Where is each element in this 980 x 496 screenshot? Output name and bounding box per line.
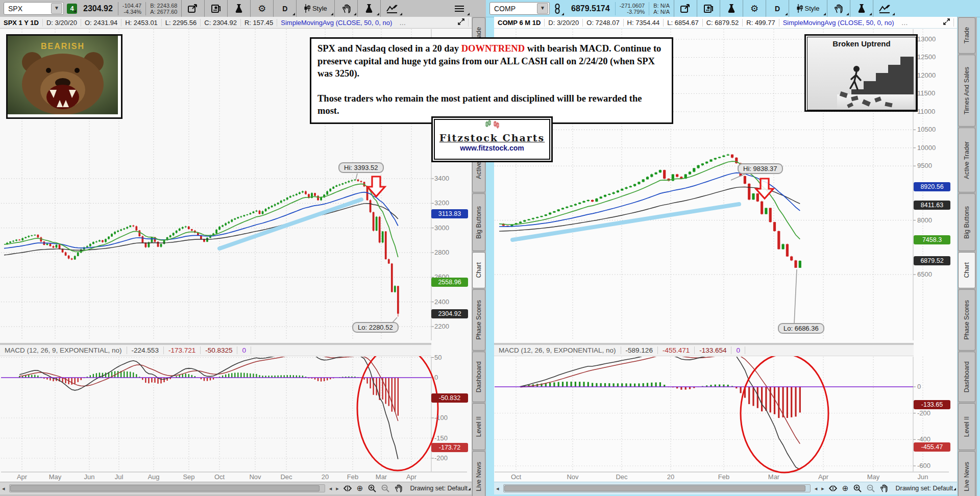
tab-phase-scores[interactable]: Phase Scores	[472, 289, 485, 351]
tab-label: Live News	[475, 462, 482, 491]
drawings-button[interactable]	[873, 0, 896, 17]
last-price: 2304.92	[77, 4, 118, 13]
link-group-badge[interactable]: 4	[67, 4, 77, 14]
month-label: Jul	[108, 473, 130, 481]
tab-trade[interactable]: Trade	[958, 17, 975, 54]
tests-flask-button[interactable]	[357, 0, 380, 17]
crosshair-center-icon[interactable]: ⊕	[354, 484, 366, 493]
timeframe-button[interactable]: D	[273, 0, 296, 17]
analyze-flask-button[interactable]	[720, 0, 743, 17]
zoom-out-icon[interactable]	[379, 484, 392, 492]
price-badge: 2558.96	[431, 278, 468, 287]
tab-live-news[interactable]: Live News	[958, 451, 975, 496]
macd-tick-label: 0	[917, 383, 921, 390]
step-left-icon[interactable]: ◂	[327, 485, 334, 492]
macd-study-label[interactable]: MACD (12, 26, 9, EXPONENTIAL, no)	[0, 346, 127, 354]
drawings-button[interactable]	[380, 0, 403, 17]
share-button[interactable]	[181, 0, 204, 17]
crosshair-center-icon[interactable]: ⊕	[840, 484, 851, 493]
symbol-dropdown-icon[interactable]: ▼	[537, 3, 548, 14]
maximize-chart-icon[interactable]	[454, 18, 469, 27]
step-left-icon[interactable]: ◂	[813, 485, 820, 492]
news-button[interactable]	[697, 0, 720, 17]
pan-hand-icon[interactable]	[392, 484, 405, 492]
trader-note-annotation: SPX and Nasdaq closed in a 20 day DOWNTR…	[310, 37, 673, 124]
cursor-hand-button[interactable]	[334, 0, 357, 17]
tab-active-trader[interactable]: Active Trader	[958, 128, 975, 192]
price-tick-label: 10000	[917, 144, 936, 152]
tab-label: Big Buttons	[475, 206, 482, 239]
tests-flask-button[interactable]	[850, 0, 873, 17]
chart-scrollbar[interactable]	[9, 484, 325, 492]
price-tick-label: 8000	[917, 216, 932, 224]
scroll-left-icon[interactable]: ◂	[494, 485, 501, 492]
symbol-text: SPX	[4, 5, 51, 13]
tab-level-ii[interactable]: Level II	[472, 403, 485, 450]
cursor-hand-button[interactable]	[827, 0, 850, 17]
month-label: 20	[314, 473, 336, 481]
settings-gear-button[interactable]: ⚙	[743, 0, 766, 17]
tab-times-and-sales[interactable]: Times And Sales	[958, 55, 975, 127]
macd-study-label[interactable]: MACD (12, 26, 9, EXPONENTIAL, no)	[494, 346, 621, 354]
price-tick-label: 10500	[917, 126, 936, 133]
analyze-flask-button[interactable]	[227, 0, 250, 17]
style-button[interactable]: Style	[296, 0, 334, 17]
tab-dashboard[interactable]: Dashboard	[958, 352, 975, 402]
scroll-left-icon[interactable]: ◂	[0, 485, 7, 492]
last-price: 6879.5174	[565, 4, 615, 13]
scrollbar-thumb[interactable]	[10, 485, 320, 491]
right-toolbar: COMP ▼ 6879.5174 -271.0607-3.79% B: N/AA…	[486, 0, 980, 17]
price-badge: 3113.83	[431, 209, 468, 218]
tab-chart[interactable]: Chart	[958, 252, 975, 288]
tab-label: Chart	[963, 262, 970, 278]
candle-style-icon	[797, 4, 803, 13]
month-label: Sep	[178, 473, 200, 481]
step-right-icon[interactable]: ▸	[819, 485, 826, 492]
right-bottom-toolbar: ◂ ◂ ▸ ⊕ Drawing set: Default	[494, 482, 957, 494]
share-button[interactable]	[674, 0, 697, 17]
left-bottom-toolbar: ◂ ◂ ▸ ⊕ Drawing set: Default	[0, 482, 472, 494]
tab-big-buttons[interactable]: Big Buttons	[958, 193, 975, 251]
symbol-input-left[interactable]: SPX ▼	[4, 2, 64, 15]
symbol-input-right[interactable]: COMP ▼	[489, 2, 550, 15]
drawing-set-selector[interactable]: Drawing set: Default	[405, 485, 472, 492]
price-badge: 8920.56	[914, 182, 950, 191]
study-label[interactable]: SimpleMovingAvg (CLOSE, 50, 0, no)	[779, 19, 898, 27]
tab-big-buttons[interactable]: Big Buttons	[472, 193, 485, 251]
tab-dashboard[interactable]: Dashboard	[472, 352, 485, 402]
chart-scrollbar[interactable]	[503, 484, 811, 492]
logo-url[interactable]: www.fitzstock.com	[435, 144, 549, 152]
step-right-icon[interactable]: ▸	[334, 485, 341, 492]
zoom-out-icon[interactable]	[864, 484, 877, 492]
tab-label: Trade	[963, 27, 970, 43]
tab-live-news[interactable]: Live News	[472, 451, 485, 496]
hi-tooltip-right: Hi: 9838.37	[738, 163, 783, 174]
scrollbar-thumb[interactable]	[504, 485, 805, 491]
tab-level-ii[interactable]: Level II	[958, 403, 975, 450]
chart-menu-button[interactable]	[448, 0, 471, 17]
tab-phase-scores[interactable]: Phase Scores	[958, 289, 975, 351]
tab-label: Chart	[475, 262, 482, 278]
price-badge: 6879.52	[914, 256, 950, 265]
note-paragraph-2: Those traders who remain the most patien…	[317, 92, 666, 117]
price-tick-label: 3200	[434, 199, 449, 207]
settings-gear-button[interactable]: ⚙	[250, 0, 273, 17]
pan-hand-icon[interactable]	[877, 484, 890, 492]
price-tick-label: 2400	[434, 298, 449, 306]
drawing-set-selector[interactable]: Drawing set: Default	[890, 485, 957, 492]
fitzstock-logo: Fitzstock Charts www.fitzstock.com	[431, 116, 553, 162]
zoom-in-icon[interactable]	[851, 484, 864, 492]
maximize-chart-icon[interactable]	[940, 18, 954, 27]
tab-label: Live News	[963, 462, 970, 491]
fit-width-icon[interactable]	[341, 485, 354, 491]
tab-chart[interactable]: Chart	[472, 252, 485, 288]
study-label[interactable]: SimpleMovingAvg (CLOSE, 50, 0, no)	[277, 19, 396, 27]
timeframe-button[interactable]: D	[766, 0, 789, 17]
symbol-dropdown-icon[interactable]: ▼	[51, 3, 62, 14]
zoom-in-icon[interactable]	[365, 484, 379, 492]
news-button[interactable]	[204, 0, 227, 17]
link-chain-button[interactable]	[550, 0, 565, 17]
fit-width-icon[interactable]	[826, 485, 840, 491]
style-button[interactable]: Style	[789, 0, 827, 17]
candle-style-icon	[304, 4, 310, 13]
